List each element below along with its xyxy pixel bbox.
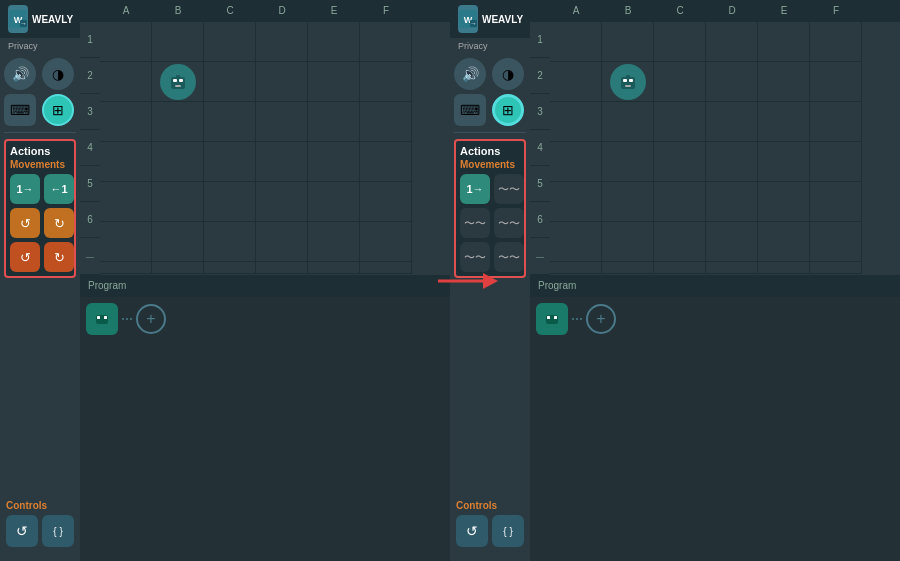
cell-3b[interactable] — [152, 102, 204, 142]
right-cell-2e[interactable] — [758, 62, 810, 102]
cell-6b[interactable] — [152, 222, 204, 262]
right-cell-1b[interactable] — [602, 22, 654, 62]
cell-3d[interactable] — [256, 102, 308, 142]
turn-right-btn[interactable]: ↻ — [44, 208, 74, 238]
cell-2b[interactable] — [152, 62, 204, 102]
cell-2c[interactable] — [204, 62, 256, 102]
cell-2a[interactable] — [100, 62, 152, 102]
right-cell-6a[interactable] — [550, 222, 602, 262]
right-wavy-btn-5[interactable]: 〜〜 — [494, 242, 524, 272]
cell-6e[interactable] — [308, 222, 360, 262]
move-forward-btn[interactable]: 1→ — [10, 174, 40, 204]
cell-4d[interactable] — [256, 142, 308, 182]
ctrl-reset-btn[interactable]: ↺ — [6, 515, 38, 547]
cell-3a[interactable] — [100, 102, 152, 142]
svg-rect-24 — [625, 85, 631, 87]
cell-4e[interactable] — [308, 142, 360, 182]
right-cell-1d[interactable] — [706, 22, 758, 62]
cell-1a[interactable] — [100, 22, 152, 62]
right-cell-5c[interactable] — [654, 182, 706, 222]
right-cell-1a[interactable] — [550, 22, 602, 62]
cell-5a[interactable] — [100, 182, 152, 222]
cell-5d[interactable] — [256, 182, 308, 222]
right-move-forward-btn[interactable]: 1→ — [460, 174, 490, 204]
cell-4c[interactable] — [204, 142, 256, 182]
right-ctrl-reset-btn[interactable]: ↺ — [456, 515, 488, 547]
right-cell-6e[interactable] — [758, 222, 810, 262]
right-cell-5b[interactable] — [602, 182, 654, 222]
right-prog-robot-item[interactable] — [536, 303, 568, 335]
right-cell-4b[interactable] — [602, 142, 654, 182]
right-cell-5a[interactable] — [550, 182, 602, 222]
cell-4b[interactable] — [152, 142, 204, 182]
right-cell-4c[interactable] — [654, 142, 706, 182]
sound-btn[interactable]: 🔊 — [4, 58, 36, 90]
cell-3f[interactable] — [360, 102, 412, 142]
prog-add-btn[interactable]: + — [136, 304, 166, 334]
cell-1c[interactable] — [204, 22, 256, 62]
right-cell-1f[interactable] — [810, 22, 862, 62]
right-cell-4a[interactable] — [550, 142, 602, 182]
right-cell-2b[interactable] — [602, 62, 654, 102]
right-cell-2c[interactable] — [654, 62, 706, 102]
right-prog-add-btn[interactable]: + — [586, 304, 616, 334]
right-cell-3a[interactable] — [550, 102, 602, 142]
cell-6c[interactable] — [204, 222, 256, 262]
right-cell-6f[interactable] — [810, 222, 862, 262]
right-wavy-btn-1[interactable]: 〜〜 — [494, 174, 524, 204]
cell-5e[interactable] — [308, 182, 360, 222]
cell-1f[interactable] — [360, 22, 412, 62]
right-cell-1e[interactable] — [758, 22, 810, 62]
cell-1e[interactable] — [308, 22, 360, 62]
cell-3c[interactable] — [204, 102, 256, 142]
right-cell-4e[interactable] — [758, 142, 810, 182]
right-ctrl-prog-btn[interactable]: { } — [492, 515, 524, 547]
right-cell-5f[interactable] — [810, 182, 862, 222]
right-cell-6b[interactable] — [602, 222, 654, 262]
cell-4a[interactable] — [100, 142, 152, 182]
right-cell-3f[interactable] — [810, 102, 862, 142]
right-cell-3d[interactable] — [706, 102, 758, 142]
cell-5b[interactable] — [152, 182, 204, 222]
cell-6d[interactable] — [256, 222, 308, 262]
right-cell-5d[interactable] — [706, 182, 758, 222]
rotate-right-btn[interactable]: ↻ — [44, 242, 74, 272]
cell-6f[interactable] — [360, 222, 412, 262]
prog-robot-item[interactable] — [86, 303, 118, 335]
rotate-left-btn[interactable]: ↺ — [10, 242, 40, 272]
right-cell-6d[interactable] — [706, 222, 758, 262]
right-cell-2f[interactable] — [810, 62, 862, 102]
ctrl-prog-btn[interactable]: { } — [42, 515, 74, 547]
right-cell-2d[interactable] — [706, 62, 758, 102]
right-cell-5e[interactable] — [758, 182, 810, 222]
turn-left-btn[interactable]: ↺ — [10, 208, 40, 238]
cell-2d[interactable] — [256, 62, 308, 102]
cell-3e[interactable] — [308, 102, 360, 142]
cell-5f[interactable] — [360, 182, 412, 222]
keyboard-btn[interactable]: ⌨ — [4, 94, 36, 126]
cell-6a[interactable] — [100, 222, 152, 262]
right-cell-3c[interactable] — [654, 102, 706, 142]
cell-4f[interactable] — [360, 142, 412, 182]
right-grid-btn[interactable]: ⊞ — [492, 94, 524, 126]
grid-btn[interactable]: ⊞ — [42, 94, 74, 126]
cell-1d[interactable] — [256, 22, 308, 62]
right-cell-4f[interactable] — [810, 142, 862, 182]
right-cell-4d[interactable] — [706, 142, 758, 182]
right-keyboard-btn[interactable]: ⌨ — [454, 94, 486, 126]
right-cell-3e[interactable] — [758, 102, 810, 142]
right-cell-1c[interactable] — [654, 22, 706, 62]
right-cell-2a[interactable] — [550, 62, 602, 102]
right-cell-3b[interactable] — [602, 102, 654, 142]
cell-2f[interactable] — [360, 62, 412, 102]
right-sound-btn[interactable]: 🔊 — [454, 58, 486, 90]
right-wavy-btn-2[interactable]: 〜〜 — [460, 208, 490, 238]
move-backward-btn[interactable]: ←1 — [44, 174, 74, 204]
right-contrast-btn[interactable]: ◑ — [492, 58, 524, 90]
cell-2e[interactable] — [308, 62, 360, 102]
cell-5c[interactable] — [204, 182, 256, 222]
contrast-btn[interactable]: ◑ — [42, 58, 74, 90]
right-cell-6c[interactable] — [654, 222, 706, 262]
cell-1b[interactable] — [152, 22, 204, 62]
right-wavy-btn-3[interactable]: 〜〜 — [494, 208, 524, 238]
